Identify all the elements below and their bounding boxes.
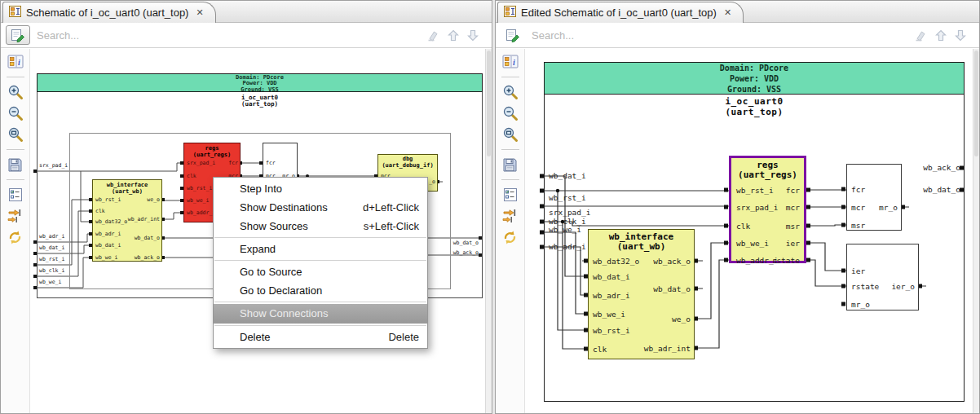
port-label: _o: [429, 178, 435, 185]
port-label: wb_dat_i: [593, 272, 630, 281]
port-label: wb_we_i: [736, 239, 769, 248]
search-next-icon[interactable]: [467, 29, 479, 45]
zoom-fit-button[interactable]: [4, 125, 26, 144]
port-label: wb_dat32_o: [95, 218, 127, 225]
filters-button[interactable]: [4, 185, 26, 205]
port-label: wb_rst_i: [736, 186, 774, 195]
left-tab-bar: Schematic of i_oc_uart0 (uart_top) ✕: [1, 1, 492, 23]
save-button[interactable]: [4, 155, 26, 174]
toolbar-separator: [501, 77, 519, 77]
port-label: wb_addr_i: [187, 209, 215, 216]
port-label: wb_rst_i: [95, 196, 121, 203]
port-label: wb_adr_int: [644, 344, 691, 353]
refresh-button[interactable]: [4, 227, 26, 247]
trace-signals-button[interactable]: [499, 206, 521, 226]
port-label: clk: [736, 222, 750, 231]
port-label: wb_rst_i: [187, 185, 212, 192]
output-port-label: wb_ack_o: [923, 163, 960, 172]
menu-separator: [214, 325, 426, 326]
left-vertical-scrollbar[interactable]: [485, 49, 492, 413]
zoom-out-button[interactable]: [499, 104, 521, 123]
edit-schematic-button[interactable]: [501, 25, 525, 45]
zoom-out-button[interactable]: [4, 104, 26, 123]
instance-info-button[interactable]: i: [499, 52, 521, 72]
domain-label: Domain: PDcore: [545, 63, 964, 73]
menu-item-delete[interactable]: DeleteDelete: [214, 328, 427, 346]
port-label: wb_we_i: [593, 310, 625, 319]
right-schematic-canvas[interactable]: Domain: PDcore Power: VDD Ground: VSS i_…: [525, 49, 979, 413]
trace-signals-button[interactable]: [4, 206, 26, 226]
zoom-in-button[interactable]: [4, 82, 26, 102]
right-vertical-scrollbar[interactable]: [973, 49, 979, 413]
port-label: wb_dat_i: [95, 242, 121, 249]
port-label: wb_ack_o: [653, 257, 691, 266]
power-label: Power: VDD: [545, 73, 964, 84]
zoom-fit-button[interactable]: [499, 125, 521, 144]
search-prev-icon[interactable]: [935, 29, 947, 45]
port-label: fcr: [786, 186, 800, 195]
left-search-bar: [1, 23, 492, 48]
instance-title: i_oc_uart0 (uart_top): [544, 97, 965, 117]
schematic-tab-icon: [504, 6, 516, 20]
port-label: srx_pad_i: [736, 203, 778, 212]
schematic-tab-icon: [9, 6, 21, 20]
context-menu: Step Into Show Destinationsd+Left-Click …: [213, 177, 428, 349]
menu-item-go-to-declaration[interactable]: Go to Declaration: [214, 281, 427, 300]
port-label: srx_pad_i: [187, 160, 215, 166]
menu-separator: [214, 260, 426, 261]
port-label: clk: [187, 173, 196, 179]
search-next-icon[interactable]: [955, 29, 966, 45]
menu-item-show-destinations[interactable]: Show Destinationsd+Left-Click: [214, 198, 427, 217]
zoom-in-button[interactable]: [499, 82, 521, 102]
input-port-label: wb_adr_i: [549, 242, 586, 251]
menu-item-expand[interactable]: Expand: [214, 240, 427, 258]
search-prev-icon[interactable]: [448, 29, 459, 45]
search-input[interactable]: [532, 25, 801, 46]
port-label: rstate: [851, 282, 879, 291]
port-label: rstate: [772, 256, 800, 265]
edit-schematic-button[interactable]: [6, 25, 30, 45]
port-label: wb_dat_o: [653, 284, 691, 293]
search-input[interactable]: [37, 25, 306, 46]
output-port-label: wb_ack_o: [453, 249, 479, 256]
menu-separator: [214, 237, 426, 238]
menu-item-show-sources[interactable]: Show Sourcess+Left-Click: [214, 217, 427, 236]
port-label: ier: [786, 239, 800, 248]
menu-item-go-to-source[interactable]: Go to Source: [214, 262, 427, 281]
input-port-label: wb_rst_i: [39, 256, 64, 262]
menu-separator: [214, 302, 426, 302]
menu-item-show-connections[interactable]: Show Connections: [214, 304, 427, 324]
refresh-button[interactable]: [499, 227, 521, 247]
save-button[interactable]: [499, 155, 521, 174]
port-label: mcr: [851, 203, 865, 212]
output-port-label: wb_dat_o: [923, 185, 960, 194]
filters-button[interactable]: [499, 185, 521, 205]
right-search-bar: [496, 23, 979, 48]
search-controls: [914, 29, 966, 45]
port-label: wb_adr_i: [95, 231, 121, 237]
input-port-label: wb_dat_i: [549, 171, 586, 180]
port-label: msr: [851, 221, 865, 230]
menu-item-step-into[interactable]: Step Into: [214, 179, 427, 198]
tab-schematic[interactable]: Schematic of i_oc_uart0 (uart_top) ✕: [2, 2, 216, 23]
toolbar-separator: [501, 149, 519, 150]
instance-info-button[interactable]: i: [4, 52, 26, 72]
toolbar-separator: [7, 149, 24, 150]
power-domain-header: Domain: PDcore Power: VDD Ground: VSS: [37, 73, 483, 92]
close-tab-icon[interactable]: ✕: [196, 7, 203, 18]
toolbar-separator: [7, 77, 24, 77]
ground-label: Ground: VSS: [38, 87, 482, 93]
port-label: wb_adr_i: [593, 291, 630, 300]
input-port-label: wb_we_i: [39, 279, 61, 285]
port-label: mr_o: [879, 203, 898, 212]
tab-title: Schematic of i_oc_uart0 (uart_top): [26, 7, 188, 19]
port-label: mcr: [786, 203, 800, 212]
clear-search-icon[interactable]: [426, 29, 439, 45]
ground-label: Ground: VSS: [545, 84, 964, 95]
input-port-label: wb_we_i: [549, 225, 581, 234]
port-label: clk: [95, 208, 105, 214]
close-tab-icon[interactable]: ✕: [724, 7, 731, 18]
clear-search-icon[interactable]: [914, 29, 927, 45]
tab-edited-schematic[interactable]: Edited Schematic of i_oc_uart0 (uart_top…: [497, 2, 744, 23]
input-port-label: wb_clk_i: [39, 267, 64, 274]
